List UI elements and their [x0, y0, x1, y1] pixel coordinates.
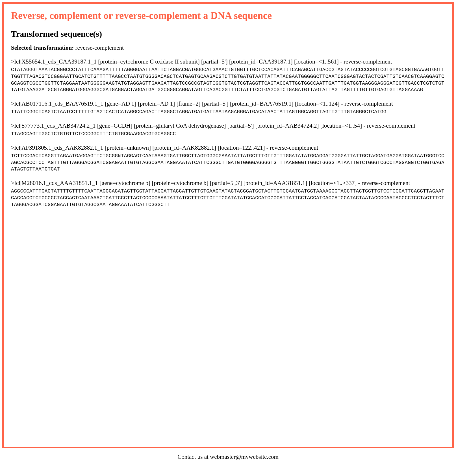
- sequences-container: >lcl|X55654.1_cds_CAA39187.1_1 [protein=…: [11, 58, 445, 208]
- sequence-block: >lcl|M28016.1_cds_AAA31851.1_1 [gene=cyt…: [11, 179, 445, 208]
- sequence-data: TTAGCCAGTTGGCTCTGTGTTCTCCCGGCTTTCTGTGCGA…: [11, 131, 445, 137]
- sequence-header: >lcl|X55654.1_cds_CAA39187.1_1 [protein=…: [11, 58, 445, 65]
- footer-text: Contact us at: [177, 453, 210, 460]
- selected-transformation-label: Selected transformation:: [11, 44, 74, 51]
- sequence-header: >lcl|AB017116.1_cds_BAA76519.1_1 [gene=A…: [11, 100, 445, 108]
- sequence-data: AGGCCCATTTGAGTATTTTGTTTTCAATTAGGGAGATAGT…: [11, 188, 445, 208]
- footer: Contact us at webmaster@mywebsite.com: [2, 453, 454, 460]
- sequence-block: >lcl|X55654.1_cds_CAA39187.1_1 [protein=…: [11, 58, 445, 93]
- sequence-data: CTATAGGGTAAATACGGGCCCTATTTCAAAGATTTTTAGG…: [11, 67, 445, 93]
- section-heading: Transformed sequence(s): [11, 29, 445, 39]
- selected-transformation-value: reverse-complement: [75, 44, 123, 51]
- sequence-data: TTATTCGGCTCAGTCTAATCCTTTTTGTAGTCACTCATAG…: [11, 109, 445, 115]
- footer-email-link[interactable]: webmaster@mywebsite.com: [210, 453, 279, 460]
- sequence-header: >lcl|S77773.1_cds_AAB34724.2_1 [gene=GCD…: [11, 122, 445, 130]
- sequence-block: >lcl|AB017116.1_cds_BAA76519.1_1 [gene=A…: [11, 100, 445, 115]
- sequence-data: TCTTCCGACTCAGGTTAGAATGAGGAGTTCTGCGGNTAGG…: [11, 153, 445, 173]
- sequence-block: >lcl|AF391805.1_cds_AAK82882.1_1 [protei…: [11, 144, 445, 173]
- content-frame: Reverse, complement or reverse-complemen…: [2, 2, 454, 448]
- selected-transformation-line: Selected transformation: reverse-complem…: [11, 44, 445, 51]
- sequence-header: >lcl|M28016.1_cds_AAA31851.1_1 [gene=cyt…: [11, 179, 445, 187]
- page-title: Reverse, complement or reverse-complemen…: [11, 10, 445, 22]
- sequence-block: >lcl|S77773.1_cds_AAB34724.2_1 [gene=GCD…: [11, 122, 445, 137]
- sequence-header: >lcl|AF391805.1_cds_AAK82882.1_1 [protei…: [11, 144, 445, 152]
